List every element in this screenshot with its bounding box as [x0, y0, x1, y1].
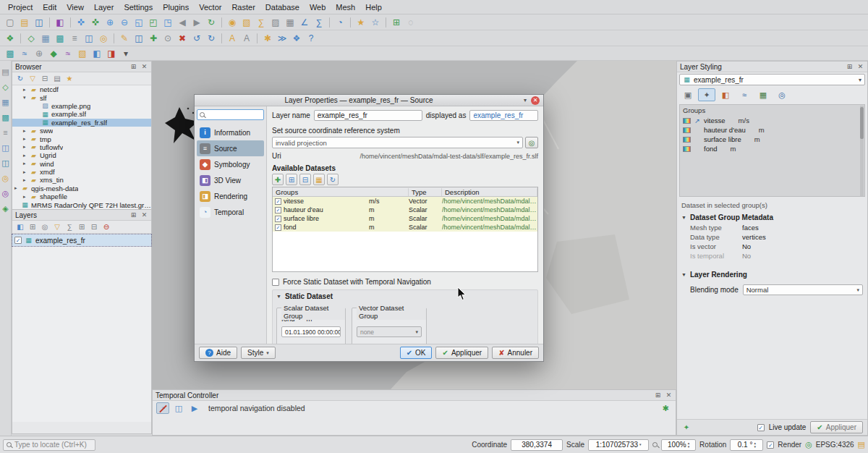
dataset-group-row[interactable]: fond m	[680, 144, 864, 153]
deselect-all-icon[interactable]: ▨	[269, 16, 282, 29]
expander-icon[interactable]: ▸	[23, 169, 30, 175]
menu-item[interactable]: Project	[3, 1, 38, 13]
layer-visibility-checkbox[interactable]: ✓	[14, 237, 22, 244]
show-bookmarks-icon[interactable]: ☆	[369, 16, 382, 29]
add-wms-icon[interactable]: ◎	[1, 173, 11, 183]
layer-item[interactable]: ✓ ▦ example_res_fr	[12, 234, 151, 246]
dialog-nav-item[interactable]: i Information	[197, 124, 264, 140]
filter-browser-icon[interactable]: ▽	[27, 74, 38, 84]
toggle-editing-icon[interactable]: ✎	[118, 32, 131, 45]
tree-item[interactable]: ▸ ▰ shapefile	[12, 192, 151, 200]
expander-icon[interactable]: ▸	[23, 194, 30, 200]
dataset-row[interactable]: ✓ surface libre m Scalar /home/vincent/m…	[273, 214, 537, 223]
tree-item[interactable]: ▸ ▰ netcdf	[12, 85, 151, 93]
profile-tool-icon[interactable]: ≈	[61, 47, 75, 60]
pan-map-icon[interactable]: ✜	[75, 16, 88, 29]
menu-item[interactable]: Help	[360, 1, 387, 13]
close-panel-icon[interactable]: ✕	[856, 63, 864, 70]
plugin-manager-icon[interactable]: ❖	[290, 32, 303, 45]
dataset-group-row[interactable]: surface libre m	[680, 135, 864, 144]
metadata-section-header[interactable]: ▼ Dataset Group Metadata	[677, 211, 867, 223]
dataset-group-row[interactable]: ↗ vitesse m/s	[680, 116, 864, 125]
manage-map-themes-icon[interactable]: ◎	[40, 222, 50, 232]
tree-item[interactable]: ▸ ▰ sww	[12, 127, 151, 135]
assign-extra-dataset-icon[interactable]: ✚	[272, 174, 284, 185]
apply-button[interactable]: ✔ Appliquer	[435, 347, 488, 359]
add-mesh-layer-icon[interactable]: ▩	[54, 32, 67, 45]
expand-all-icon[interactable]: ⊞	[77, 222, 87, 232]
new-project-icon[interactable]: ▢	[4, 16, 17, 29]
undo-icon[interactable]: ↺	[190, 32, 203, 45]
statistical-summary-icon[interactable]: ∑	[312, 16, 326, 29]
add-group-icon[interactable]: ⊞	[27, 222, 38, 232]
dataset-group-row[interactable]: hauteur d'eau m	[680, 125, 864, 135]
blending-mode-select[interactable]: Normal ▾	[743, 284, 863, 295]
tree-item[interactable]: ▸ ▰ wind	[12, 160, 151, 168]
live-update-checkbox[interactable]: ✓	[757, 424, 765, 431]
add-delimited-text-icon[interactable]: ≡	[68, 32, 81, 45]
menu-item[interactable]: View	[61, 1, 89, 13]
magnifier-spinner[interactable]: 100% ▴▾	[661, 439, 696, 451]
colorramp-tab[interactable]: ◧	[717, 88, 734, 101]
temporal-navigation-off-icon[interactable]: ◔	[156, 402, 169, 414]
zoom-in-icon[interactable]: ⊕	[103, 16, 116, 29]
force-static-checkbox[interactable]	[272, 279, 279, 286]
layer-name-input[interactable]: example_res_fr	[314, 110, 422, 121]
identify-features-icon[interactable]: ◉	[226, 16, 239, 29]
zoom-out-icon[interactable]: ⊖	[118, 16, 131, 29]
open-layer-styling-icon[interactable]: ◧	[15, 222, 25, 232]
coordinate-input[interactable]: 380,3374	[511, 439, 563, 451]
colorramp-icon[interactable]	[683, 127, 691, 133]
tree-item[interactable]: ▸ ▰ tuflowfv	[12, 143, 151, 151]
float-panel-icon[interactable]: ⊞	[129, 211, 137, 219]
shade-window-icon[interactable]: ▾	[524, 97, 527, 103]
check-all-icon[interactable]: ▦	[313, 174, 325, 185]
dialog-titlebar[interactable]: Layer Properties — example_res_fr — Sour…	[195, 95, 543, 106]
float-panel-icon[interactable]: ⊞	[654, 391, 662, 399]
crs-select[interactable]: invalid projection ▾	[272, 137, 523, 148]
add-spatialite-icon[interactable]: ◫	[1, 143, 11, 153]
dialog-nav-item[interactable]: ◆ Symbology	[197, 156, 264, 172]
locate-search-input[interactable]: Type to locate (Ctrl+K)	[3, 439, 95, 451]
badge-tab[interactable]: ▣	[679, 88, 697, 101]
colorramp-icon[interactable]	[683, 146, 691, 152]
filter-legend-icon[interactable]: ▽	[52, 222, 62, 232]
styling-apply-button[interactable]: ✔ Appliquer	[810, 421, 863, 433]
add-vector-layer-icon[interactable]: ◇	[25, 32, 38, 45]
remove-layer-icon[interactable]: ⊖	[101, 222, 111, 232]
messages-icon[interactable]: ◌	[404, 16, 417, 29]
tree-item[interactable]: ▨ example.png	[12, 102, 151, 110]
tree-item[interactable]: ▸ ▰ tmp	[12, 135, 151, 143]
add-wfs-icon[interactable]: ◈	[1, 203, 11, 213]
spin-down-icon[interactable]: ▾	[688, 445, 690, 449]
dataset-row[interactable]: ✓ fond m Scalar /home/vincent/meshData/m…	[273, 223, 537, 232]
save-project-icon[interactable]: ◫	[33, 16, 46, 29]
expander-icon[interactable]: ▸	[23, 87, 30, 93]
properties-widget-icon[interactable]: ▤	[52, 74, 62, 84]
data-source-manager-icon[interactable]: ❖	[4, 32, 17, 45]
expander-icon[interactable]: ▸	[23, 153, 30, 158]
browser-toggle-icon[interactable]: ▤	[1, 67, 11, 77]
add-mesh-icon[interactable]: ▩	[1, 112, 11, 122]
tree-item[interactable]: ▦ example.slf	[12, 110, 151, 118]
pan-to-selection-icon[interactable]: ✜	[89, 16, 102, 29]
colorramp-icon[interactable]	[683, 118, 691, 124]
zoom-full-icon[interactable]: ◱	[132, 16, 145, 29]
dialog-nav-item[interactable]: ◔ Temporal	[197, 204, 264, 220]
plugin-b-icon[interactable]: ◨	[105, 47, 118, 60]
expander-icon[interactable]: ▸	[23, 144, 30, 150]
help-icon[interactable]: ?	[305, 32, 318, 45]
filter-by-expression-icon[interactable]: ∑	[64, 222, 75, 232]
attribute-table-icon[interactable]: ▦	[284, 16, 297, 29]
temporal-animated-icon[interactable]: ▶	[188, 402, 201, 414]
select-by-expression-icon[interactable]: ∑	[255, 16, 268, 29]
mesh-frame-tab[interactable]: ▦	[754, 88, 772, 101]
georeferencer-icon[interactable]: ⊕	[33, 47, 46, 60]
close-panel-icon[interactable]: ✕	[140, 63, 148, 70]
add-postgis-icon[interactable]: ◫	[1, 158, 11, 168]
refresh-browser-icon[interactable]: ↻	[15, 74, 25, 84]
source-datasets-tab[interactable]: ✦	[698, 88, 715, 101]
new-bookmark-icon[interactable]: ★	[354, 16, 367, 29]
float-panel-icon[interactable]: ⊞	[846, 63, 854, 70]
menu-item[interactable]: Vector	[194, 1, 226, 13]
